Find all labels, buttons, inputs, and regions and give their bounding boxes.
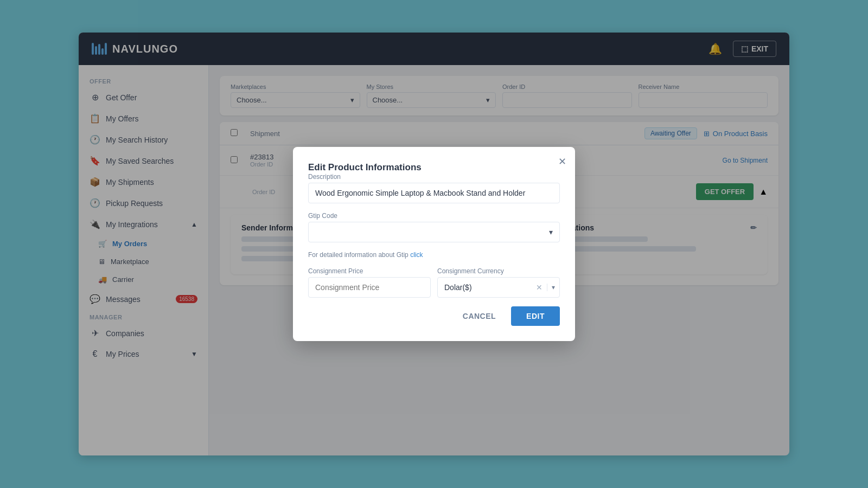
edit-product-modal: Edit Product Informations ✕ Description … [293, 147, 575, 341]
chevron-down-icon: ▾ [549, 228, 553, 236]
modal-title: Edit Product Informations [308, 162, 422, 172]
gtip-click-link[interactable]: click [410, 251, 423, 259]
consignment-currency-label: Consignment Currency [437, 267, 560, 275]
description-label: Description [308, 173, 560, 181]
edit-button[interactable]: EDIT [511, 306, 560, 326]
currency-chevron-icon[interactable]: ▾ [547, 284, 559, 291]
currency-clear-icon[interactable]: ✕ [532, 283, 547, 292]
modal-actions: CANCEL EDIT [308, 306, 560, 326]
gtip-hint: For detailed information about Gtip clic… [308, 251, 560, 259]
gtip-code-label: Gtip Code [308, 212, 560, 220]
gtip-code-select[interactable]: ▾ [308, 222, 560, 242]
price-currency-row: Consignment Price Consignment Currency D… [308, 267, 560, 298]
description-input[interactable] [308, 183, 560, 203]
gtip-hint-text: For detailed information about Gtip [308, 251, 409, 259]
currency-field: Dolar($) ✕ ▾ [437, 277, 560, 298]
consignment-price-label: Consignment Price [308, 267, 431, 275]
description-group: Description [308, 173, 560, 203]
modal-overlay[interactable]: Edit Product Informations ✕ Description … [0, 0, 868, 488]
consignment-price-group: Consignment Price [308, 267, 431, 298]
currency-value: Dolar($) [438, 278, 532, 297]
gtip-code-group: Gtip Code ▾ [308, 212, 560, 242]
cancel-button[interactable]: CANCEL [454, 306, 505, 326]
consignment-price-input[interactable] [308, 277, 431, 298]
consignment-currency-group: Consignment Currency Dolar($) ✕ ▾ [437, 267, 560, 298]
modal-close-button[interactable]: ✕ [558, 156, 566, 168]
